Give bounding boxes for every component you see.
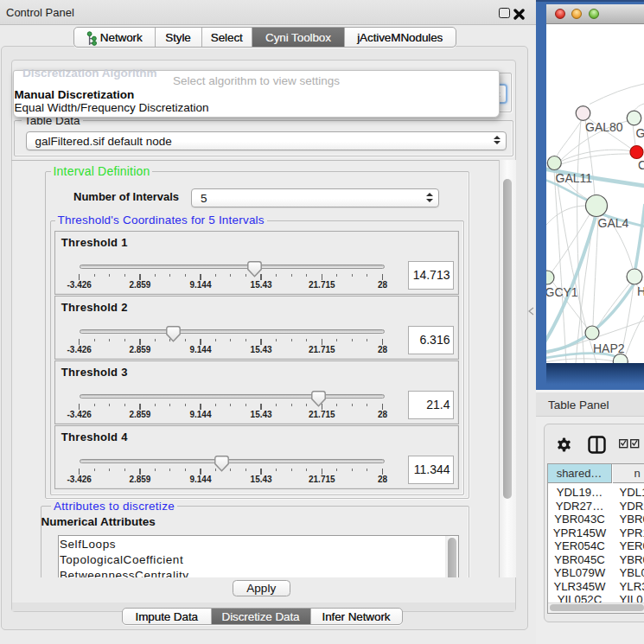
svg-text:GAL4: GAL4 bbox=[598, 216, 629, 230]
svg-text:C: C bbox=[638, 158, 644, 172]
svg-text:GAL11: GAL11 bbox=[556, 171, 593, 185]
svg-text:GAL80: GAL80 bbox=[585, 120, 623, 134]
svg-text:H: H bbox=[637, 284, 644, 298]
svg-text:G.: G. bbox=[636, 126, 644, 140]
svg-text:HAP2: HAP2 bbox=[593, 341, 625, 355]
svg-text:GCY1: GCY1 bbox=[546, 285, 578, 299]
